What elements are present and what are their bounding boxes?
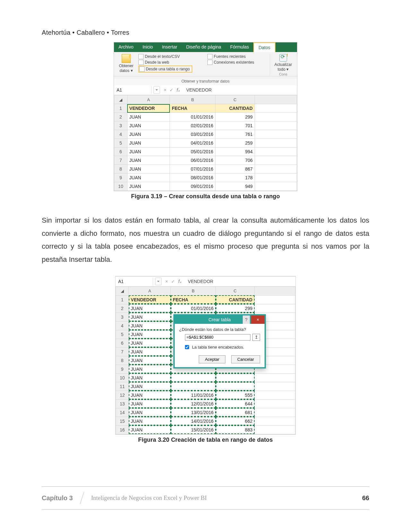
row-header[interactable]: 3 (114, 121, 127, 130)
cell[interactable]: 701 (215, 121, 255, 130)
row-header[interactable]: 10 (116, 373, 129, 382)
dialog-close-button[interactable]: × (251, 315, 265, 324)
select-all-corner-2[interactable]: ◢ (116, 287, 129, 295)
tab-insertar[interactable]: Insertar (157, 42, 181, 52)
row-header-2[interactable]: 1 (116, 295, 129, 304)
dialog-range-input[interactable] (185, 334, 250, 341)
row-header[interactable]: 10 (114, 182, 127, 191)
cell[interactable]: JUAN (129, 347, 171, 356)
tab-formulas[interactable]: Fórmulas (226, 42, 253, 52)
dialog-help-button[interactable]: ? (243, 315, 250, 324)
cell-c1-2[interactable]: CANTIDAD (216, 295, 255, 304)
fx-icon-2[interactable]: fₓ (178, 279, 181, 284)
cell[interactable]: JUAN (129, 356, 171, 365)
cell[interactable]: JUAN (127, 113, 170, 121)
col-header-c-2[interactable]: C (216, 287, 255, 295)
tab-inicio[interactable]: Inicio (138, 42, 158, 52)
tab-datos[interactable]: Datos (253, 42, 275, 52)
cell[interactable]: 02/01/2016 (170, 121, 215, 130)
cell[interactable]: 883 (216, 425, 255, 434)
row-header[interactable]: 13 (116, 399, 129, 408)
cell[interactable]: JUAN (129, 373, 171, 382)
row-header[interactable]: 8 (116, 356, 129, 365)
formula-bar-value-2[interactable]: VENDEDOR (183, 279, 213, 284)
get-data-icon[interactable] (122, 54, 131, 63)
cell[interactable] (171, 382, 216, 391)
cell[interactable]: 11/01/2016 (171, 391, 216, 399)
headers-checkbox-label[interactable]: La tabla tiene encabezados. (184, 344, 260, 350)
cell[interactable]: JUAN (127, 156, 170, 165)
cell[interactable]: JUAN (129, 313, 171, 321)
cell[interactable]: 178 (215, 173, 255, 182)
existing-connections[interactable]: Conexiones existentes (207, 60, 267, 65)
name-box[interactable]: A1 (114, 86, 152, 94)
cell[interactable]: 555 (216, 391, 255, 399)
name-box-dropdown-icon-2[interactable] (155, 278, 162, 285)
row-header[interactable]: 3 (116, 313, 129, 321)
col-header-c[interactable]: C (215, 95, 255, 104)
cell[interactable]: 867 (215, 165, 255, 173)
cell-b1-2[interactable]: FECHA (171, 295, 216, 304)
row-header[interactable]: 7 (116, 347, 129, 356)
cell[interactable]: JUAN (127, 130, 170, 139)
cell[interactable]: JUAN (129, 425, 171, 434)
headers-checkbox[interactable] (185, 345, 189, 349)
cell[interactable]: JUAN (127, 121, 170, 130)
from-table-range[interactable]: Desde una tabla o rango (138, 66, 192, 73)
cell[interactable]: 04/01/2016 (170, 139, 215, 147)
cell[interactable]: 761 (215, 130, 255, 139)
name-box-2[interactable]: A1 (116, 277, 153, 286)
cell[interactable]: JUAN (129, 417, 171, 425)
col-header-b[interactable]: B (170, 95, 215, 104)
row-header[interactable]: 1 (114, 104, 127, 113)
cell[interactable]: JUAN (129, 304, 171, 313)
fx-icon[interactable]: fₓ (177, 87, 180, 93)
cell[interactable]: 13/01/2016 (171, 408, 216, 417)
cell[interactable]: 949 (215, 182, 255, 191)
cell[interactable]: 15/01/2016 (171, 425, 216, 434)
cell[interactable]: 299 (216, 304, 255, 313)
cell[interactable]: JUAN (127, 147, 170, 156)
cell[interactable]: 01/01/2016 (170, 113, 215, 121)
name-box-dropdown-icon[interactable] (153, 86, 160, 94)
cell[interactable]: JUAN (127, 165, 170, 173)
cell-a1[interactable]: VENDEDOR (127, 104, 170, 113)
cell[interactable]: 12/01/2016 (171, 399, 216, 408)
row-header[interactable]: 2 (116, 304, 129, 313)
row-header[interactable]: 12 (116, 391, 129, 399)
cell[interactable]: 299 (215, 113, 255, 121)
cell[interactable]: 706 (215, 156, 255, 165)
cell[interactable]: 662 (216, 417, 255, 425)
from-web[interactable]: Desde la web (138, 60, 205, 65)
cell[interactable]: 03/01/2016 (170, 130, 215, 139)
select-all-corner[interactable]: ◢ (114, 95, 127, 104)
cell[interactable] (216, 382, 255, 391)
cell[interactable] (171, 373, 216, 382)
accept-icon-2[interactable]: ✓ (171, 279, 175, 284)
tab-diseno[interactable]: Diseño de página (182, 42, 226, 52)
cell[interactable]: 06/01/2016 (170, 156, 215, 165)
row-header[interactable]: 14 (116, 408, 129, 417)
dialog-ok-button[interactable]: Aceptar (199, 355, 225, 363)
get-data-label[interactable]: Obtener datos ▾ (117, 64, 136, 73)
row-header[interactable]: 2 (114, 113, 127, 121)
row-header[interactable]: 4 (116, 321, 129, 330)
cell[interactable]: JUAN (129, 399, 171, 408)
col-header-a-2[interactable]: A (129, 287, 171, 295)
cell-b1[interactable]: FECHA (170, 104, 215, 113)
recent-sources[interactable]: Fuentes recientes (207, 54, 267, 59)
cell[interactable]: JUAN (129, 391, 171, 399)
cell[interactable]: JUAN (129, 321, 171, 330)
cell[interactable]: JUAN (129, 365, 171, 373)
cell[interactable]: 08/01/2016 (170, 173, 215, 182)
row-header[interactable]: 16 (116, 425, 129, 434)
row-header[interactable]: 15 (116, 417, 129, 425)
cell[interactable]: 681 (216, 408, 255, 417)
row-header[interactable]: 7 (114, 156, 127, 165)
cell[interactable]: JUAN (127, 182, 170, 191)
cell[interactable] (216, 373, 255, 382)
cell[interactable]: JUAN (127, 139, 170, 147)
cancel-icon[interactable]: × (164, 87, 166, 93)
cell-c1[interactable]: CANTIDAD (215, 104, 255, 113)
row-header[interactable]: 11 (116, 382, 129, 391)
